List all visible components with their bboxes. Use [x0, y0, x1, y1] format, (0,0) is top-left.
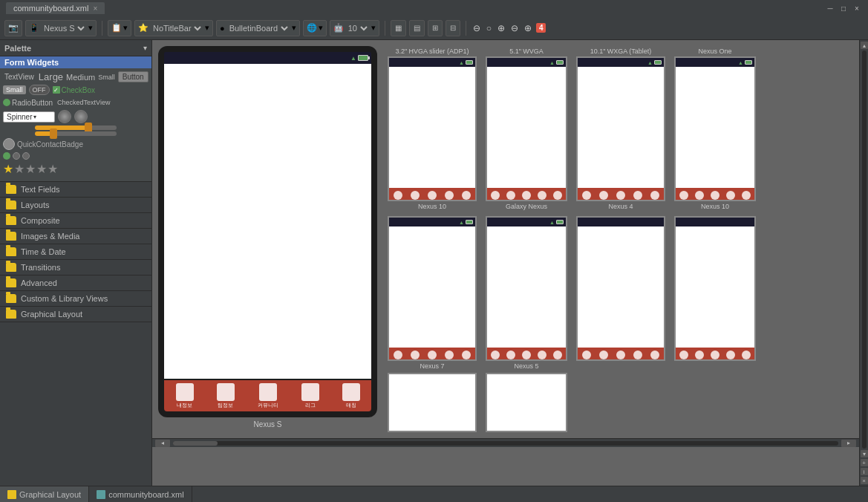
- category-time-date[interactable]: Time & Date: [0, 244, 151, 260]
- r2c4-nav-1: [679, 351, 688, 359]
- api-version-dropdown[interactable]: 10: [345, 23, 370, 33]
- scroll-left-button[interactable]: ◂: [155, 440, 170, 447]
- preview-device-r2c4: [670, 216, 760, 370]
- zoom-out-small-button[interactable]: ⊖: [471, 22, 482, 35]
- category-advanced[interactable]: Advanced: [0, 276, 151, 291]
- adp1-status: ▲: [389, 58, 475, 67]
- close-window-icon[interactable]: ×: [852, 3, 862, 13]
- adp1-nav-2: [411, 191, 420, 200]
- scroll-up-button[interactable]: ▴: [861, 42, 868, 49]
- widget-slider-2[interactable]: [35, 131, 117, 136]
- widget-checkbox[interactable]: ✓ CheckBox: [53, 86, 96, 94]
- api-version-selector[interactable]: 🤖 10 ▾: [330, 20, 379, 36]
- nexus5-sub-label: Nexus 5: [514, 362, 538, 370]
- nav-item-3[interactable]: 커뮤니티: [258, 383, 278, 409]
- folder-icon: [6, 310, 16, 319]
- nav-item-2[interactable]: 팀정보: [217, 383, 235, 409]
- contact-badge-icon: [3, 138, 15, 150]
- widget-small-button[interactable]: Small: [3, 85, 26, 94]
- preview-screen-r3c2: [486, 373, 567, 432]
- category-graphical-layout[interactable]: Graphical Layout: [0, 307, 151, 322]
- canvas-area[interactable]: ▲ 내정보: [152, 40, 859, 486]
- r2c4-nav-5: [742, 351, 751, 359]
- category-layouts[interactable]: Layouts: [0, 198, 151, 213]
- wvga-battery-icon: [556, 60, 564, 65]
- widget-rating-bar[interactable]: ★ ★ ★ ★ ★: [3, 162, 58, 176]
- category-text-fields[interactable]: Text Fields: [0, 182, 151, 198]
- view-h-split-button[interactable]: ⊞: [428, 20, 443, 36]
- nexus-one-content: [676, 67, 754, 188]
- api-icon: 📋: [111, 23, 122, 33]
- nav-item-5[interactable]: 매칭: [342, 383, 360, 409]
- nav-icon-league: [301, 383, 319, 401]
- minimize-icon[interactable]: ─: [825, 3, 835, 13]
- info-button[interactable]: i: [861, 468, 868, 475]
- palette-title: Palette: [4, 44, 31, 53]
- zoom-in-small-button[interactable]: ⊕: [496, 22, 506, 35]
- maximize-icon[interactable]: □: [838, 3, 849, 13]
- screenshot-group[interactable]: 📷: [4, 20, 22, 36]
- palette-menu-button[interactable]: ▾: [143, 44, 147, 52]
- widget-button[interactable]: Button: [118, 71, 149, 82]
- nav-label-4: 리그: [305, 402, 316, 409]
- widget-quick-contact[interactable]: QuickContactBadge: [3, 138, 83, 150]
- title-bar-selector[interactable]: ⭐ NoTitleBar ▾: [134, 20, 213, 36]
- category-custom-library[interactable]: Custom & Library Views: [0, 291, 151, 307]
- zoom-out-large-button[interactable]: ⊖: [509, 22, 520, 35]
- locale-icon: 🌐: [307, 23, 317, 33]
- category-transitions[interactable]: Transitions: [0, 260, 151, 276]
- zoom-in-large-button[interactable]: ⊕: [523, 22, 533, 35]
- scroll-down-button[interactable]: ▾: [861, 450, 868, 457]
- tab-close-icon[interactable]: ×: [93, 4, 97, 13]
- wvga-nav-2: [506, 191, 515, 200]
- radio-circle-icon: [3, 99, 10, 106]
- nexus5-wifi-icon: ▲: [549, 220, 555, 225]
- category-label: Text Fields: [21, 185, 60, 194]
- category-images-media[interactable]: Images & Media: [0, 229, 151, 244]
- tab-communityboard-xml[interactable]: communityboard.xml: [89, 486, 192, 502]
- theme-chevron-icon: ▾: [292, 23, 296, 33]
- locale-selector[interactable]: 🌐 ▾: [303, 20, 327, 36]
- r2c3-content: [578, 226, 664, 348]
- nexus5-nav-2: [506, 351, 515, 359]
- tab-graphical-layout[interactable]: Graphical Layout: [0, 486, 89, 502]
- api-group[interactable]: 📋 ▾: [108, 20, 131, 36]
- titlebar-chevron-icon: ▾: [205, 23, 209, 33]
- device-selector[interactable]: 📱 Nexus S ▾: [25, 20, 97, 36]
- preview-device-wvga: ▲: [481, 56, 572, 210]
- device-dropdown[interactable]: Nexus S: [41, 23, 87, 33]
- category-label: Images & Media: [21, 232, 79, 241]
- widget-dial-2[interactable]: [74, 110, 88, 123]
- view-list-button[interactable]: ▤: [409, 20, 425, 36]
- titlebar-dropdown[interactable]: NoTitleBar: [150, 23, 203, 33]
- adp1-nav-3: [428, 191, 437, 200]
- nexus7-nav-4: [445, 351, 454, 359]
- h-scrollbar[interactable]: ◂ ▸: [152, 438, 859, 447]
- view-layout-button[interactable]: ▦: [391, 20, 406, 36]
- zoom-badge: 4: [536, 23, 546, 33]
- preview-row-3: [383, 373, 760, 432]
- close-button[interactable]: ×: [861, 477, 868, 484]
- battery-tip-icon: [368, 56, 370, 59]
- category-composite[interactable]: Composite: [0, 213, 151, 229]
- scrollbar-thumb[interactable]: [173, 441, 218, 446]
- widget-dial-1[interactable]: [58, 110, 71, 123]
- file-tab[interactable]: communityboard.xml ×: [6, 2, 105, 14]
- scroll-right-button[interactable]: ▸: [841, 440, 856, 447]
- nav-item-1[interactable]: 내정보: [176, 383, 194, 409]
- widget-slider-1[interactable]: [35, 126, 117, 130]
- nav-item-4[interactable]: 리그: [301, 383, 319, 409]
- nexus7-nav-3: [428, 351, 437, 359]
- theme-dropdown[interactable]: BulletinBoard: [226, 23, 290, 33]
- theme-selector[interactable]: ● BulletinBoard ▾: [216, 20, 300, 36]
- view-v-split-button[interactable]: ⊟: [446, 20, 460, 36]
- wvga-content: [487, 67, 566, 188]
- zoom-fit-button[interactable]: +: [861, 459, 868, 466]
- screenshot-icon: 📷: [8, 23, 19, 33]
- widget-toggle[interactable]: OFF: [29, 85, 50, 95]
- widget-spinner[interactable]: Spinner ▾: [3, 111, 55, 123]
- zoom-reset-button[interactable]: ○: [485, 22, 493, 35]
- adp1-content: [389, 67, 475, 188]
- widget-radiobutton[interactable]: RadioButton: [3, 99, 53, 107]
- adp1-sub-label: Nexus 10: [418, 203, 446, 210]
